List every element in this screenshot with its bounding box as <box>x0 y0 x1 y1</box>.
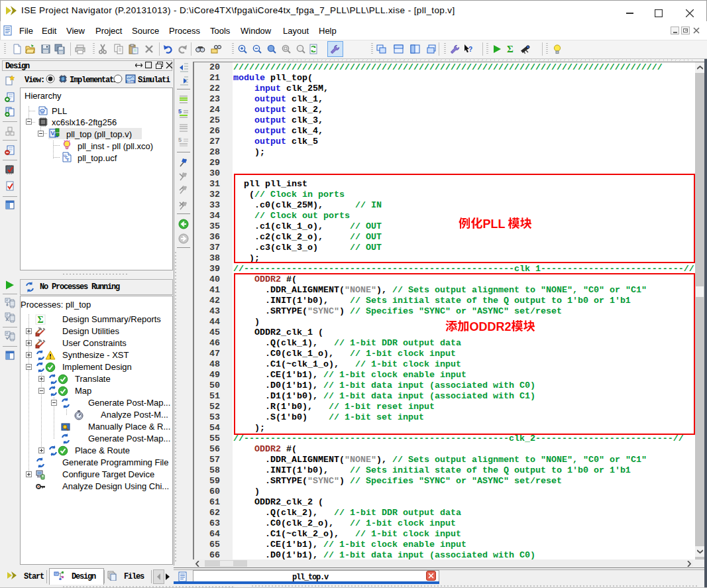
svg-text:5: 5 <box>178 137 182 143</box>
svg-text:PLL: PLL <box>482 217 505 231</box>
svg-text:5: 5 <box>178 108 182 115</box>
svg-text:?: ? <box>468 46 472 53</box>
svg-text:Σ: Σ <box>507 44 514 54</box>
svg-text:Σ: Σ <box>38 315 44 325</box>
svg-text:ISim: ISim <box>127 80 134 84</box>
svg-text:V: V <box>51 130 55 137</box>
svg-text:ODDR2: ODDR2 <box>469 320 511 333</box>
